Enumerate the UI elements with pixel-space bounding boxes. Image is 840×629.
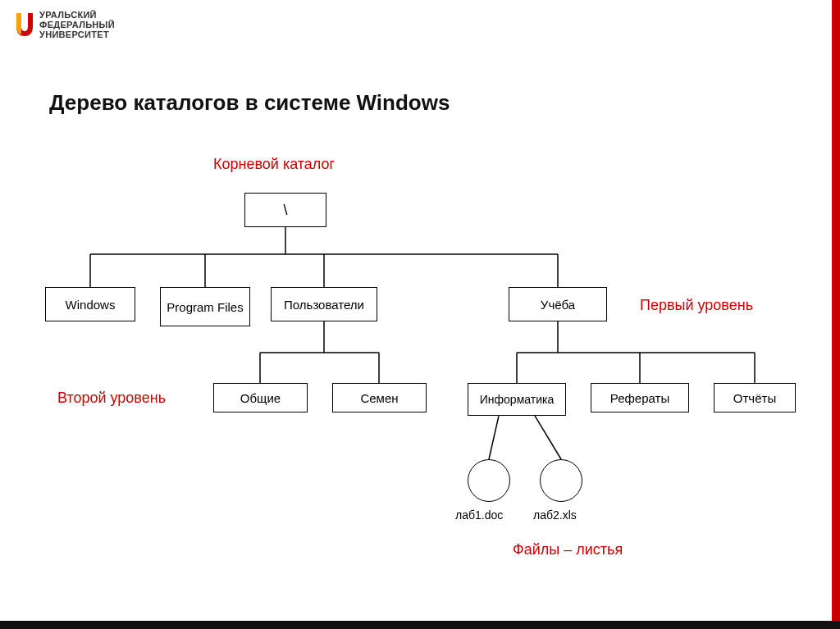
slide-title: Дерево каталогов в системе Windows: [49, 90, 450, 116]
logo-u-icon: [15, 11, 34, 38]
file-node-1: [468, 459, 510, 502]
accent-stripe-bottom: [0, 621, 840, 629]
node-windows: Windows: [45, 287, 135, 321]
logo-line1: Уральский: [39, 10, 115, 20]
node-reports: Отчёты: [714, 383, 796, 412]
node-study: Учёба: [509, 287, 607, 321]
label-second-level: Второй уровень: [57, 390, 166, 407]
node-common: Общие: [213, 383, 308, 412]
node-semen: Семен: [332, 383, 427, 412]
label-first-level: Первый уровень: [640, 297, 753, 314]
file-label-1: лаб1.doc: [455, 508, 503, 522]
accent-stripe-right: [832, 0, 840, 629]
node-root: \: [244, 193, 326, 227]
node-program-files: Program Files: [160, 287, 250, 326]
logo-line2: федеральный: [39, 20, 115, 30]
node-referats: Рефераты: [591, 383, 689, 412]
label-root-directory: Корневой каталог: [213, 156, 335, 173]
node-users: Пользователи: [271, 287, 377, 321]
svg-line-15: [489, 416, 499, 459]
file-label-2: лаб2.xls: [533, 508, 577, 522]
label-files-leaves: Файлы – листья: [513, 541, 623, 558]
file-node-2: [540, 459, 582, 502]
logo-line3: университет: [39, 30, 115, 39]
university-logo: Уральский федеральный университет: [15, 10, 115, 39]
node-informatics: Информатика: [468, 383, 566, 416]
svg-line-16: [535, 416, 561, 459]
